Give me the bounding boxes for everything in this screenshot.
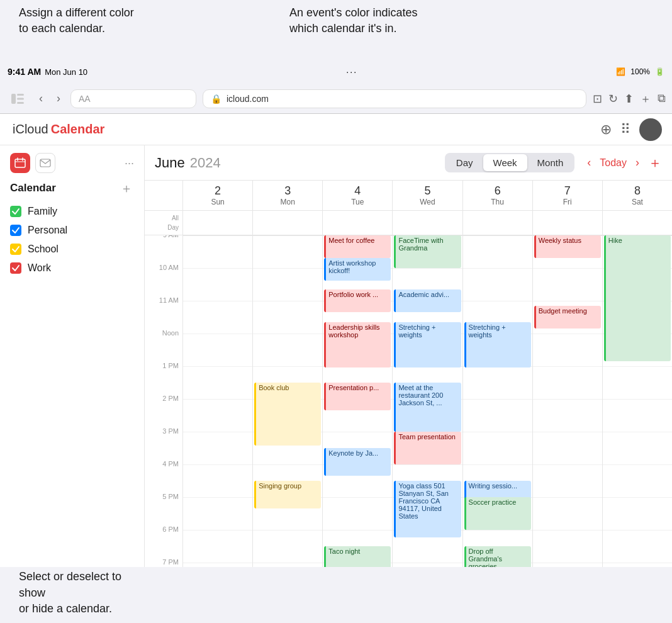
event-wed-1[interactable]: Academic advi...	[394, 289, 461, 312]
hour-line	[603, 563, 672, 563]
hour-line	[603, 399, 672, 400]
hour-line	[253, 530, 322, 530]
day-header-fri: 7 Fri	[532, 181, 602, 210]
event-tue-4[interactable]: Presentation p...	[324, 383, 391, 410]
hour-line	[463, 399, 532, 400]
event-fri-1[interactable]: Budget meeting	[534, 306, 601, 328]
event-mon-1[interactable]: Singing group	[254, 481, 321, 508]
tabs-button[interactable]: ⧉	[658, 92, 666, 105]
status-bar: 9:41 AM Mon Jun 10 ··· 📶 100% 🔋	[0, 60, 672, 84]
hour-line	[533, 563, 602, 563]
prev-button[interactable]: ‹	[585, 154, 593, 172]
battery-text: 100%	[630, 67, 650, 76]
event-tue-0[interactable]: Meet for coffee	[324, 235, 391, 258]
hour-line	[603, 432, 672, 432]
add-button[interactable]: ⊕	[600, 121, 612, 138]
calendar-app-icon[interactable]	[10, 153, 30, 173]
event-fri-0[interactable]: Weekly status	[534, 235, 601, 258]
cal-name-personal: Personal	[28, 225, 67, 236]
event-mon-0[interactable]: Book club	[254, 383, 321, 446]
hour-line	[533, 268, 602, 269]
cal-color-personal	[10, 225, 21, 236]
hour-line	[393, 268, 462, 269]
event-wed-4[interactable]: Team presentation	[394, 432, 461, 464]
sidebar-more-button[interactable]: ···	[125, 157, 134, 170]
event-tue-3[interactable]: Leadership skills workshop	[324, 322, 391, 368]
annotation-bottom-left: Select or deselect to show or hide a cal…	[19, 569, 151, 617]
app-container: iCloud Calendar ⊕ ⠿	[0, 114, 672, 567]
today-button[interactable]: Today	[600, 157, 627, 169]
hour-line	[183, 497, 252, 498]
calendar-header: June 2024 Day Week Month ‹ Today › ＋	[145, 145, 672, 181]
view-month-button[interactable]: Month	[527, 154, 574, 171]
svg-rect-1	[17, 94, 24, 96]
event-thu-0[interactable]: Stretching + weights	[464, 322, 531, 368]
event-sat-0[interactable]: Hike	[604, 235, 671, 361]
new-tab-button[interactable]: ＋	[640, 91, 651, 106]
view-day-button[interactable]: Day	[446, 154, 483, 171]
hour-line	[253, 301, 322, 301]
view-switcher: Day Week Month	[445, 153, 574, 172]
scrollable-time-grid: 9 AM10 AM11 AMNoon1 PM2 PM3 PM4 PM5 PM6 …	[145, 235, 672, 567]
hour-line	[183, 530, 252, 530]
reader-button[interactable]: ⊡	[593, 92, 602, 106]
forward-button[interactable]: ›	[53, 89, 64, 108]
hour-line	[393, 563, 462, 563]
event-thu-2[interactable]: Soccer practice	[464, 497, 531, 530]
event-tue-6[interactable]: Taco night	[324, 546, 391, 567]
event-wed-0[interactable]: FaceTime with Grandma	[394, 235, 461, 268]
event-tue-1[interactable]: Artist workshop kickoff!	[324, 258, 391, 281]
mail-app-icon[interactable]	[35, 153, 55, 173]
day-col-wed: FaceTime with GrandmaAcademic advi...Str…	[392, 235, 462, 567]
calendar-item-personal[interactable]: Personal	[10, 221, 134, 240]
hour-line	[183, 563, 252, 563]
share-button[interactable]: ⬆	[624, 92, 634, 106]
hour-line	[533, 497, 602, 498]
hour-line	[253, 464, 322, 465]
hour-line	[463, 235, 532, 236]
calendar-month: June	[155, 155, 185, 171]
hour-line	[463, 301, 532, 301]
next-button[interactable]: ›	[633, 154, 642, 172]
grid-button[interactable]: ⠿	[620, 121, 630, 138]
sidebar-toggle-button[interactable]	[6, 90, 29, 108]
hour-line	[603, 464, 672, 465]
calendar-item-family[interactable]: Family	[10, 202, 134, 221]
hour-line	[463, 432, 532, 432]
add-event-button[interactable]: ＋	[648, 154, 662, 172]
calendar-text: Calendar	[51, 122, 105, 137]
day-header-tue: 4 Tue	[322, 181, 392, 210]
event-tue-5[interactable]: Keynote by Ja...	[324, 448, 391, 476]
url-bar[interactable]: AA	[70, 89, 196, 108]
event-wed-2[interactable]: Stretching + weights	[394, 322, 461, 368]
url-aa: AA	[79, 94, 91, 104]
day-headers: 2 Sun 3 Mon 4 Tue 5 Wed	[145, 181, 672, 211]
hour-line	[463, 268, 532, 269]
calendar-list: Family Personal School Work	[10, 202, 134, 278]
event-wed-5[interactable]: Yoga class 501 Stanyan St, San Francisco…	[394, 481, 461, 537]
calendar-item-school[interactable]: School	[10, 240, 134, 259]
day-header-thu: 6 Thu	[462, 181, 532, 210]
calendar-nav: ‹ Today › ＋	[585, 154, 662, 172]
event-thu-3[interactable]: Drop off Grandma's groceries	[464, 546, 531, 567]
hour-line	[183, 432, 252, 432]
day-col-thu: Stretching + weightsWriting sessio...Soc…	[462, 235, 532, 567]
calendar-item-work[interactable]: Work	[10, 259, 134, 278]
add-calendar-button[interactable]: ＋	[119, 181, 134, 196]
hour-line	[533, 334, 602, 334]
back-button[interactable]: ‹	[35, 89, 47, 108]
hour-line	[393, 464, 462, 465]
calendar-section-title: Calendar	[10, 182, 56, 194]
hour-line	[323, 497, 392, 498]
event-tue-2[interactable]: Portfolio work ...	[324, 289, 391, 312]
hour-line	[183, 366, 252, 367]
hour-line	[533, 399, 602, 400]
hour-line	[603, 497, 672, 498]
event-wed-3[interactable]: Meet at the restaurant 200 Jackson St, .…	[394, 383, 461, 432]
browser-chrome: ‹ › AA 🔒 icloud.com ⊡ ↻ ⬆ ＋ ⧉	[0, 84, 672, 114]
view-week-button[interactable]: Week	[483, 154, 527, 171]
address-bar[interactable]: 🔒 icloud.com	[203, 89, 586, 108]
hour-line	[463, 530, 532, 530]
cal-name-family: Family	[28, 206, 57, 217]
refresh-button[interactable]: ↻	[608, 92, 618, 106]
